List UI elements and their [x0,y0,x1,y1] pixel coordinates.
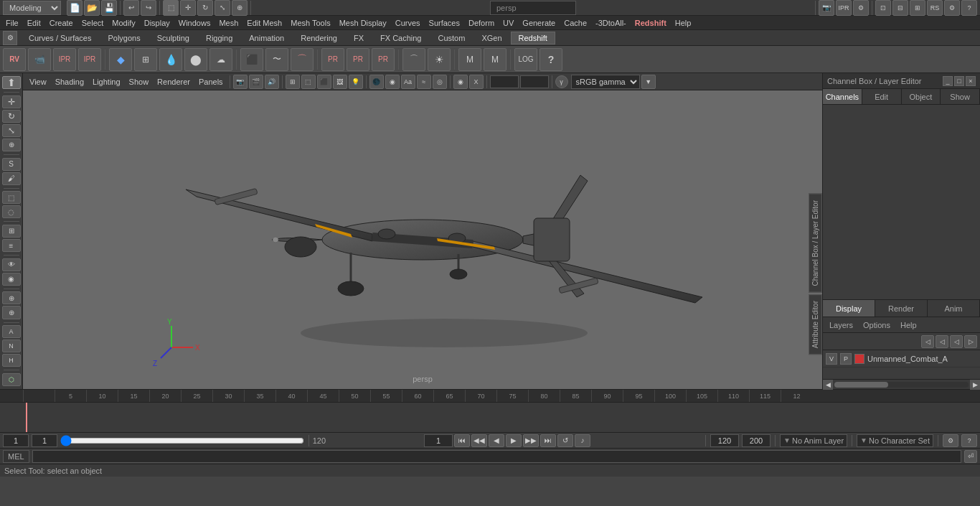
undo-btn[interactable]: ↩ [123,0,139,16]
redo-btn[interactable]: ↪ [141,0,156,16]
layer-btn[interactable]: ≡ [2,239,21,252]
node-btn[interactable]: N [2,339,21,352]
isolate-btn[interactable]: ◉ [2,273,21,286]
rotate-btn[interactable]: ↻ [197,0,213,16]
scale-btn[interactable]: ⤡ [215,0,230,16]
layers-menu-item[interactable]: Layers [826,320,857,330]
shelf-icon-rs-pr2[interactable]: PR [347,48,369,71]
step-back-btn[interactable]: ◀◀ [471,434,487,447]
cb-tab-channels[interactable]: Channels [823,89,862,104]
channel-box-side-tab[interactable]: Channel Box / Layer Editor [809,194,822,293]
shelf-tab-fx-caching[interactable]: FX Caching [372,32,429,44]
layer-icon-1[interactable]: ◁ [921,335,934,348]
playback-start-input[interactable] [710,434,739,447]
menu-generate[interactable]: Generate [518,17,560,29]
scroll-left-btn[interactable]: ◀ [823,380,833,390]
vp-shadow-icon[interactable]: 🌑 [369,75,384,89]
timeline-track[interactable] [0,403,980,432]
vp-cam-icon[interactable]: 📷 [233,75,248,89]
shelf-tab-polygons[interactable]: Polygons [100,32,148,44]
render-settings-icon[interactable]: ⚙ [853,0,869,16]
menu-mesh-tools[interactable]: Mesh Tools [286,17,334,29]
shelf-tab-redshift[interactable]: Redshift [511,32,555,44]
vp-light-icon[interactable]: 💡 [349,75,363,89]
shelf-icon-wave[interactable]: 〜 [265,48,288,71]
shelf-icon-cloud[interactable]: ☁ [209,48,232,71]
menu-surfaces[interactable]: Surfaces [425,17,464,29]
mode-selector[interactable]: ModelingModelingRiggingAnimationFXRender… [3,1,61,15]
vp-texture-icon[interactable]: 🖼 [333,75,347,89]
scroll-thumb[interactable] [834,382,888,388]
shelf-icon-mat2[interactable]: M [484,48,507,71]
char-set-selector[interactable]: ▼ No Character Set [857,434,933,447]
vp-dof-icon[interactable]: ◎ [433,75,447,89]
menu-mesh[interactable]: Mesh [215,17,242,29]
vp-grid-icon[interactable]: ⊞ [286,75,300,89]
go-to-end-btn[interactable]: ⏭ [540,434,556,447]
menu-mesh-display[interactable]: Mesh Display [335,17,391,29]
vp-motion-icon[interactable]: ≈ [417,75,431,89]
rotate-tool-btn[interactable]: ↻ [2,110,21,123]
paint-select-btn[interactable]: 🖌 [2,172,21,185]
save-file-btn[interactable]: 💾 [101,0,117,16]
vp-wire-icon[interactable]: ⬚ [301,75,316,89]
anim-layer-selector[interactable]: ▼ No Anim Layer [780,434,847,447]
frame-current-input[interactable] [32,434,57,447]
dra-tab-anim[interactable]: Anim [928,300,980,317]
coord2-input[interactable]: 1.00 [520,75,549,88]
vp-solid-icon[interactable]: ⬛ [317,75,331,89]
move-btn[interactable]: ✛ [180,0,196,16]
layout-1[interactable]: ⊡ [875,0,891,16]
vp-film-icon[interactable]: 🎬 [249,75,263,89]
audio-btn[interactable]: ♪ [575,434,590,447]
rs-btn1[interactable]: RS [927,0,943,16]
lasso-btn[interactable]: ◌ [2,205,21,218]
layer-visibility-btn[interactable]: V [826,353,837,365]
char-set-icon2[interactable]: ? [961,434,977,447]
vp-aa-icon[interactable]: Aa [401,75,415,89]
menu-redshift[interactable]: Redshift [631,17,671,29]
hypershade-btn[interactable]: H [2,354,21,367]
shelf-icon-render-region[interactable]: IPR [78,48,101,71]
select-btn[interactable]: ⬚ [163,0,179,16]
select-tool-btn[interactable]: ⬆ [2,76,21,89]
cb-tab-show[interactable]: Show [941,89,980,104]
vp-xray-icon[interactable]: X [469,75,484,89]
vp-menu-panels[interactable]: Panels [195,77,227,87]
show-hide-btn[interactable]: 👁 [2,258,21,271]
mel-submit-btn[interactable]: ⏎ [964,450,977,463]
scale-tool-btn[interactable]: ⤡ [2,124,21,137]
attribute-editor-side-tab[interactable]: Attribute Editor [809,294,822,355]
shelf-tab-sculpting[interactable]: Sculpting [149,32,197,44]
vp-menu-lighting[interactable]: Lighting [89,77,124,87]
menu-display[interactable]: Display [140,17,174,29]
vp-extra-icon[interactable]: ▼ [641,75,656,89]
box-btn[interactable]: ⬚ [2,191,21,204]
ipr-icon[interactable]: IPR [836,0,852,16]
play-back-btn[interactable]: ◀ [489,434,504,447]
menu-file[interactable]: File [1,17,23,29]
mel-input[interactable] [32,450,961,463]
shelf-icon-video[interactable]: 📹 [28,48,51,71]
shelf-icon-rv[interactable]: RV [3,48,26,71]
history-btn[interactable]: ⊕ [2,291,21,304]
menu-curves[interactable]: Curves [391,17,425,29]
transform-tool-btn[interactable]: ⊕ [2,139,21,151]
vp-menu-view[interactable]: View [26,77,50,87]
frame-start-input[interactable] [3,434,29,447]
vp-audio-icon[interactable]: 🔊 [265,75,279,89]
color-correction-dropdown[interactable]: sRGB gamma [571,75,640,89]
help-menu-item[interactable]: Help [897,320,920,330]
char-set-icon1[interactable]: ⚙ [943,434,958,447]
transform-btn[interactable]: ⊕ [232,0,248,16]
shelf-icon-grid[interactable]: ⊞ [134,48,157,71]
shelf-icon-diamond[interactable]: ◆ [109,48,132,71]
viewport-canvas[interactable]: X Y Z persp [23,90,822,389]
layer-row-0[interactable]: V P Unmanned_Combat_A [823,350,980,367]
menu-modify[interactable]: Modify [108,17,139,29]
outliner-btn[interactable]: ⬡ [2,373,21,386]
soft-select-btn[interactable]: S [2,158,21,171]
layer-icon-4[interactable]: ▷ [964,335,977,348]
vp-ao-icon[interactable]: ◉ [385,75,400,89]
frame-slider[interactable] [60,436,304,446]
